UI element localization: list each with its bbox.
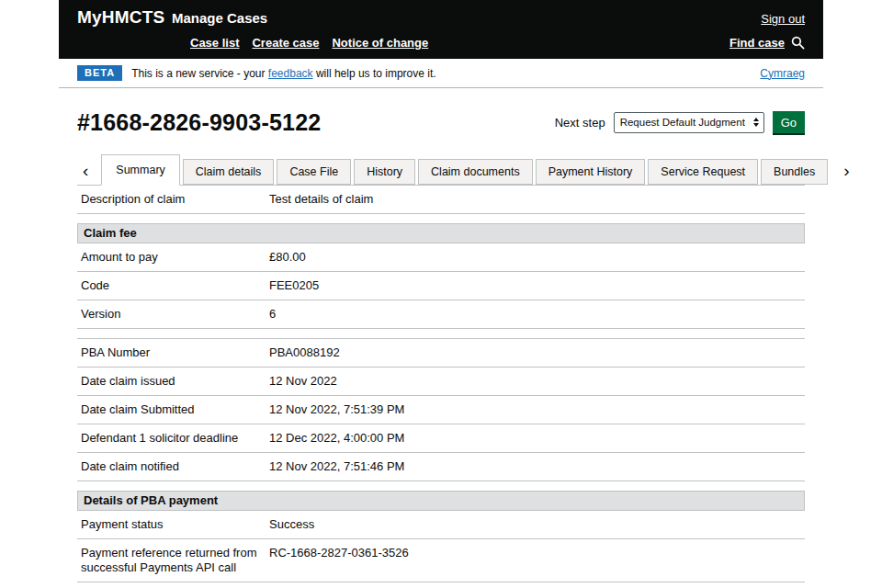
detail-label: Description of claim — [81, 192, 269, 207]
detail-label: Payment status — [81, 517, 269, 532]
detail-value: PBA0088192 — [269, 345, 801, 360]
header-top-row: MyHMCTS Manage Cases Sign out — [77, 7, 805, 28]
chevron-left-icon: ‹ — [83, 161, 88, 180]
detail-row: PBA Number PBA0088192 — [77, 339, 805, 368]
beta-badge: BETA — [77, 65, 122, 81]
tabs-scroll-right-button[interactable]: › — [831, 162, 851, 185]
detail-value: 6 — [269, 307, 801, 322]
summary-details: Description of claim Test details of cla… — [77, 186, 805, 588]
next-step-controls: Next step Request Default Judgment Go — [555, 111, 805, 133]
detail-row: Customer reference Applicant reference — [77, 582, 805, 588]
detail-group-claim-description: Description of claim Test details of cla… — [77, 186, 805, 214]
nav-case-list[interactable]: Case list — [190, 36, 239, 50]
detail-value: FEE0205 — [269, 278, 801, 293]
tab-case-file[interactable]: Case File — [277, 159, 351, 185]
detail-row: Date claim notified 12 Nov 2022, 7:51:46… — [77, 453, 805, 481]
beta-text-after: will help us to improve it. — [313, 67, 436, 80]
nav-create-case[interactable]: Create case — [252, 36, 319, 50]
tabs-scroll-left-button[interactable]: ‹ — [77, 162, 101, 185]
case-view: #1668-2826-9903-5122 Next step Request D… — [59, 88, 823, 588]
detail-row: Payment status Success — [77, 511, 805, 539]
sign-out-link[interactable]: Sign out — [761, 12, 805, 26]
find-case-label: Find case — [729, 36, 785, 50]
detail-row: Defendant 1 solicitor deadline 12 Dec 20… — [77, 424, 805, 453]
next-step-select[interactable]: Request Default Judgment — [614, 112, 764, 133]
next-step-select-wrap: Request Default Judgment — [614, 112, 764, 133]
detail-label: Date claim Submitted — [81, 402, 269, 417]
detail-group-pba-payment: Details of PBA payment Payment status Su… — [77, 491, 805, 588]
detail-value: RC-1668-2827-0361-3526 — [269, 546, 801, 575]
tab-summary[interactable]: Summary — [101, 154, 179, 186]
beta-banner: BETA This is a new service - your feedba… — [59, 59, 823, 88]
next-step-label: Next step — [555, 116, 605, 130]
feedback-link[interactable]: feedback — [268, 67, 313, 80]
tab-bundles[interactable]: Bundles — [761, 159, 828, 185]
detail-row: Amount to pay £80.00 — [77, 243, 805, 272]
detail-row: Date claim Submitted 12 Nov 2022, 7:51:3… — [77, 396, 805, 424]
detail-label: Version — [81, 307, 269, 322]
tab-claim-details[interactable]: Claim details — [183, 159, 275, 185]
tab-service-request[interactable]: Service Request — [648, 159, 758, 185]
detail-row: Payment reference returned from successf… — [77, 539, 805, 582]
detail-row: Code FEE0205 — [77, 272, 805, 300]
detail-label: PBA Number — [81, 345, 269, 360]
detail-row: Version 6 — [77, 300, 805, 329]
detail-label: Date claim issued — [81, 374, 269, 389]
detail-label: Date claim notified — [81, 459, 269, 474]
section-header-claim-fee: Claim fee — [77, 223, 805, 243]
beta-text-before: This is a new service - your — [131, 67, 268, 80]
detail-label: Defendant 1 solicitor deadline — [81, 431, 269, 446]
brand-logo: MyHMCTS — [77, 7, 172, 28]
search-icon — [791, 36, 805, 50]
tab-history[interactable]: History — [354, 159, 415, 185]
section-header-pba-payment: Details of PBA payment — [77, 491, 805, 511]
language-toggle-link[interactable]: Cymraeg — [760, 67, 805, 80]
find-case-link[interactable]: Find case — [729, 36, 805, 50]
detail-row: Description of claim Test details of cla… — [77, 186, 805, 214]
chevron-right-icon: › — [843, 161, 849, 180]
tab-strip: ‹ Summary Claim details Case File Histor… — [77, 154, 805, 186]
go-button[interactable]: Go — [773, 111, 805, 133]
tab-payment-history[interactable]: Payment History — [536, 159, 646, 185]
detail-label: Code — [81, 278, 269, 293]
beta-text: This is a new service - your feedback wi… — [131, 67, 435, 80]
detail-value: 12 Nov 2022 — [269, 374, 801, 389]
detail-value: 12 Nov 2022, 7:51:46 PM — [269, 459, 801, 474]
tab-claim-documents[interactable]: Claim documents — [418, 159, 533, 185]
app-title: Manage Cases — [172, 10, 267, 26]
detail-group-claim-fee: Claim fee Amount to pay £80.00 Code FEE0… — [77, 223, 805, 329]
page-container: MyHMCTS Manage Cases Sign out Case list … — [59, 0, 823, 588]
detail-value: Success — [269, 517, 801, 532]
service-header: MyHMCTS Manage Cases Sign out Case list … — [59, 0, 823, 59]
detail-value: £80.00 — [269, 250, 801, 265]
detail-row: Date claim issued 12 Nov 2022 — [77, 368, 805, 396]
detail-value: 12 Dec 2022, 4:00:00 PM — [269, 431, 801, 446]
detail-group-claim-dates: PBA Number PBA0088192 Date claim issued … — [77, 338, 805, 481]
detail-label: Payment reference returned from successf… — [81, 546, 269, 575]
case-header-row: #1668-2826-9903-5122 Next step Request D… — [77, 108, 805, 136]
case-number-title: #1668-2826-9903-5122 — [77, 108, 321, 136]
nav-notice-of-change[interactable]: Notice of change — [332, 36, 428, 50]
detail-label: Amount to pay — [81, 250, 269, 265]
detail-value: Test details of claim — [269, 192, 801, 207]
detail-value: 12 Nov 2022, 7:51:39 PM — [269, 402, 801, 417]
primary-nav: Case list Create case Notice of change F… — [77, 28, 805, 50]
